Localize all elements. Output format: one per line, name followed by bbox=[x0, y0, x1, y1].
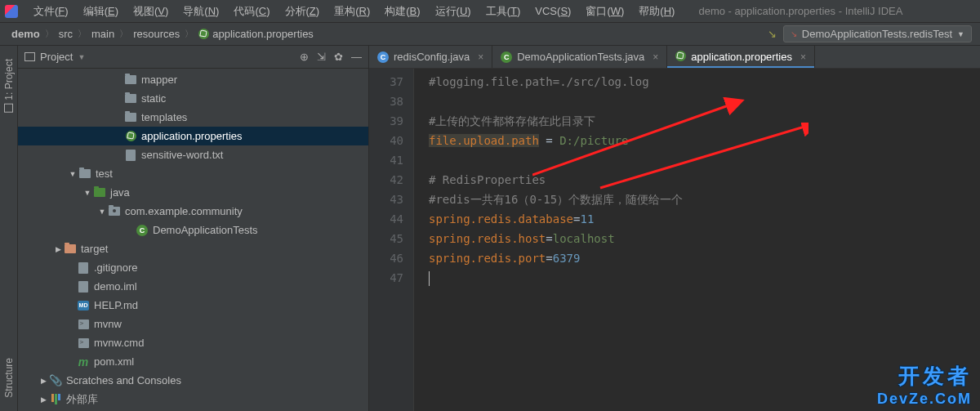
close-icon[interactable]: × bbox=[653, 51, 658, 63]
project-panel-icon bbox=[24, 52, 35, 61]
menu-item[interactable]: 文件(F) bbox=[26, 0, 76, 23]
editor-tab[interactable]: CDemoApplicationTests.java× bbox=[492, 46, 667, 68]
side-tab-structure[interactable]: Structure bbox=[2, 351, 16, 404]
tree-row-label: java bbox=[110, 186, 130, 199]
menu-item[interactable]: 代码(C) bbox=[226, 0, 277, 23]
menu-item[interactable]: 运行(U) bbox=[428, 0, 479, 23]
editor-tab-label: application.properties bbox=[691, 51, 792, 63]
code-line[interactable] bbox=[429, 268, 980, 288]
line-number: 46 bbox=[369, 248, 403, 268]
breadcrumb-item[interactable]: src bbox=[56, 28, 76, 40]
chevron-down-icon[interactable]: ▼ bbox=[78, 53, 85, 61]
file-icon bbox=[124, 149, 137, 162]
code-line[interactable] bbox=[429, 92, 980, 111]
menu-item[interactable]: 窗口(W) bbox=[578, 0, 631, 23]
tree-row-label: HELP.md bbox=[94, 299, 138, 311]
scratches-icon: 📎 bbox=[49, 374, 62, 387]
tree-row[interactable]: MDHELP.md bbox=[18, 296, 368, 315]
close-icon[interactable]: × bbox=[800, 51, 806, 63]
side-tab-project[interactable]: 1: Project bbox=[2, 52, 16, 119]
menu-item[interactable]: 编辑(E) bbox=[76, 0, 126, 23]
tree-row[interactable]: test bbox=[18, 164, 368, 183]
tree-arrow-icon[interactable] bbox=[82, 189, 93, 197]
tree-arrow-icon[interactable] bbox=[96, 208, 108, 216]
line-number: 41 bbox=[369, 150, 403, 170]
build-icon[interactable]: ↘ bbox=[768, 28, 777, 40]
tree-row[interactable]: CDemoApplicationTests bbox=[18, 221, 368, 239]
java-class-icon: C bbox=[377, 51, 389, 63]
editor-tab-label: redisConfig.java bbox=[394, 51, 470, 63]
code-line[interactable]: # RedisProperties bbox=[429, 170, 980, 190]
script-file-icon bbox=[77, 318, 90, 331]
tree-row-label: application.properties bbox=[141, 130, 243, 142]
tree-row[interactable]: 📎Scratches and Consoles bbox=[18, 371, 368, 390]
code-line[interactable]: #logging.file.path=./src/log.log bbox=[429, 72, 980, 92]
tree-row[interactable]: target bbox=[18, 239, 368, 258]
hide-icon[interactable]: — bbox=[351, 51, 362, 63]
expand-icon[interactable]: ⇲ bbox=[317, 51, 326, 63]
tree-row[interactable]: mvnw.cmd bbox=[18, 333, 368, 352]
markdown-file-icon: MD bbox=[77, 299, 90, 312]
tree-arrow-icon[interactable] bbox=[67, 170, 78, 178]
tree-row[interactable]: java bbox=[18, 183, 368, 202]
breadcrumb-item[interactable]: application.properties bbox=[195, 28, 317, 40]
tree-row-label: .gitignore bbox=[94, 261, 137, 274]
menu-item[interactable]: 分析(Z) bbox=[278, 0, 327, 23]
tree-row[interactable]: demo.iml bbox=[18, 277, 368, 296]
source-folder-icon bbox=[93, 186, 106, 199]
tree-arrow-icon[interactable] bbox=[38, 377, 49, 385]
tree-row[interactable]: com.example.community bbox=[18, 202, 368, 221]
editor-body[interactable]: 3738394041424344454647 #logging.file.pat… bbox=[369, 69, 980, 411]
breadcrumb-item[interactable]: demo bbox=[8, 28, 43, 40]
properties-file-icon bbox=[198, 29, 209, 39]
code-line[interactable]: #redis一共有16（0-15）个数据库，随便给一个 bbox=[429, 190, 980, 209]
locate-icon[interactable]: ⊕ bbox=[300, 51, 309, 63]
menu-item[interactable]: 工具(T) bbox=[479, 0, 528, 23]
project-panel-title: Project bbox=[40, 51, 73, 63]
code-line[interactable]: spring.redis.port=6379 bbox=[429, 248, 980, 268]
project-tree[interactable]: mapperstatictemplatesapplication.propert… bbox=[18, 69, 368, 411]
tree-row[interactable]: static bbox=[18, 89, 368, 108]
tree-row[interactable]: .gitignore bbox=[18, 258, 368, 277]
editor-code[interactable]: #logging.file.path=./src/log.log#上传的文件都将… bbox=[414, 69, 980, 411]
tree-row[interactable]: sensitive-word.txt bbox=[18, 145, 368, 164]
tree-row[interactable]: mpom.xml bbox=[18, 352, 368, 371]
code-line[interactable]: spring.redis.database=11 bbox=[429, 209, 980, 229]
menu-item[interactable]: 导航(N) bbox=[176, 0, 226, 23]
properties-file-icon bbox=[675, 51, 686, 64]
menu-item[interactable]: VCS(S) bbox=[528, 0, 578, 23]
menu-item[interactable]: 视图(V) bbox=[126, 0, 176, 23]
editor-tab[interactable]: application.properties× bbox=[667, 46, 815, 68]
properties-file-icon bbox=[124, 130, 137, 143]
tree-row-label: pom.xml bbox=[94, 355, 134, 368]
menu-item[interactable]: 构建(B) bbox=[377, 0, 427, 23]
breadcrumb-separator: 〉 bbox=[78, 28, 87, 40]
tree-row[interactable]: mvnw bbox=[18, 315, 368, 333]
code-line[interactable]: spring.redis.host=localhost bbox=[429, 229, 980, 248]
tree-row-label: test bbox=[96, 168, 113, 180]
tree-arrow-icon[interactable] bbox=[52, 245, 64, 253]
code-line[interactable] bbox=[429, 150, 980, 170]
close-icon[interactable]: × bbox=[478, 51, 483, 63]
editor-tab[interactable]: CredisConfig.java× bbox=[369, 46, 492, 68]
menu-item[interactable]: 重构(R) bbox=[327, 0, 377, 23]
file-icon bbox=[77, 280, 90, 293]
tree-row[interactable]: templates bbox=[18, 108, 368, 127]
breadcrumb-separator: 〉 bbox=[119, 28, 128, 40]
line-number: 44 bbox=[369, 209, 403, 229]
breadcrumb-item[interactable]: main bbox=[88, 28, 118, 40]
line-number: 38 bbox=[369, 92, 403, 111]
breadcrumb-item[interactable]: resources bbox=[130, 28, 183, 40]
tree-row[interactable]: application.properties bbox=[18, 127, 368, 145]
tree-row[interactable]: mapper bbox=[18, 70, 368, 89]
tree-row[interactable]: 外部库 bbox=[18, 390, 368, 409]
tree-row-label: target bbox=[81, 243, 108, 255]
code-line[interactable]: file.upload.path = D:/picture bbox=[429, 131, 980, 150]
gear-icon[interactable]: ✿ bbox=[334, 51, 343, 63]
run-config-dropdown[interactable]: ↘ DemoApplicationTests.redisTest ▼ bbox=[783, 25, 972, 42]
code-line[interactable]: #上传的文件都将存储在此目录下 bbox=[429, 111, 980, 131]
run-config-icon: ↘ bbox=[791, 29, 797, 38]
breadcrumb: demo〉src〉main〉resources〉application.prop… bbox=[8, 28, 317, 40]
menu-item[interactable]: 帮助(H) bbox=[631, 0, 682, 23]
tree-arrow-icon[interactable] bbox=[38, 395, 49, 404]
